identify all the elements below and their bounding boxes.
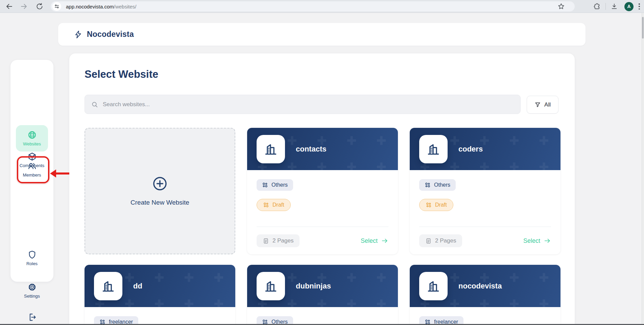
search-icon (91, 101, 98, 108)
toolbar-divider (605, 3, 606, 10)
browser-menu-icon[interactable] (639, 3, 640, 9)
gear-icon (27, 282, 37, 292)
globe-icon (27, 130, 37, 140)
website-card-header: contacts (247, 128, 398, 170)
site-info-icon[interactable] (52, 2, 61, 11)
url-text: app.nocodevista.com/websites/ (66, 4, 136, 9)
select-link[interactable]: Select (361, 237, 388, 245)
website-card-coders[interactable]: coders Others Draft 2 Pages Select (410, 128, 560, 254)
category-badge: Others (419, 179, 456, 191)
scrollbar-thumb[interactable] (642, 17, 644, 39)
profile-avatar[interactable]: A (624, 2, 634, 11)
sidebar-label: Members (23, 172, 41, 178)
sidebar-item-websites[interactable]: Websites (16, 125, 48, 152)
website-card-nocodevista[interactable]: nocodevista freelancer (410, 265, 560, 325)
website-name: nocodevista (458, 282, 502, 291)
pages-count: 2 Pages (257, 234, 300, 247)
sidebar-item-logout[interactable]: Logout (16, 312, 48, 325)
website-building-icon (94, 272, 122, 300)
sidebar-item-roles[interactable]: Roles (16, 250, 48, 266)
status-badge: Draft (257, 199, 291, 211)
page-title: Select Website (85, 68, 158, 80)
website-card-header: nocodevista (410, 265, 560, 307)
url-bar[interactable]: app.nocodevista.com/websites/ (51, 1, 575, 11)
website-card-header: coders (410, 128, 560, 170)
sidebar-label: Roles (26, 261, 38, 266)
sidebar-label: Settings (24, 294, 40, 299)
website-card-header: dubninjas (247, 265, 398, 307)
arrow-right-icon (544, 237, 551, 245)
reload-icon[interactable] (35, 2, 44, 10)
downloads-icon[interactable] (611, 3, 618, 10)
app-header: Nocodevista (58, 23, 586, 46)
website-name: dubninjas (296, 282, 331, 291)
website-card-dd[interactable]: dd freelancer (85, 265, 235, 325)
logout-icon (27, 312, 37, 322)
bookmark-star-icon[interactable] (557, 2, 565, 10)
website-card-header: dd (85, 265, 235, 307)
website-card-dubninjas[interactable]: dubninjas Others (247, 265, 398, 325)
website-building-icon (419, 272, 448, 300)
card-divider (419, 227, 551, 227)
forward-icon[interactable] (20, 2, 28, 10)
category-badge: Others (257, 179, 293, 191)
create-website-card[interactable]: Create New Website (85, 128, 235, 254)
website-building-icon (257, 272, 285, 300)
pages-count: 2 Pages (419, 234, 462, 247)
brand-name: Nocodevista (87, 30, 134, 39)
shield-icon (27, 250, 37, 259)
filter-label: All (544, 101, 551, 108)
create-website-label: Create New Website (130, 199, 189, 206)
arrow-right-icon (381, 237, 388, 245)
sidebar: organizations Components Websites Member… (10, 60, 53, 282)
filter-button[interactable]: All (527, 96, 558, 114)
search-box (85, 95, 521, 114)
brand[interactable]: Nocodevista (74, 30, 134, 39)
extensions-icon[interactable] (593, 3, 601, 10)
website-name: coders (458, 145, 483, 154)
website-card-contacts[interactable]: contacts Others Draft 2 Pages Select (247, 128, 398, 254)
url-path: /websites/ (114, 4, 137, 9)
select-link[interactable]: Select (523, 237, 551, 245)
website-building-icon (257, 135, 285, 163)
card-divider (257, 227, 388, 227)
browser-toolbar: app.nocodevista.com/websites/ A (0, 0, 644, 13)
bolt-icon (74, 30, 82, 39)
url-host: app.nocodevista.com (66, 4, 114, 9)
sidebar-item-settings[interactable]: Settings (16, 282, 48, 299)
plus-circle-icon (152, 176, 168, 191)
website-name: dd (133, 282, 142, 291)
sidebar-item-members[interactable]: Members (16, 156, 48, 183)
website-name: contacts (296, 145, 326, 154)
website-building-icon (419, 135, 448, 163)
search-input[interactable] (103, 101, 514, 108)
status-badge: Draft (419, 199, 453, 211)
filter-funnel-icon (534, 101, 541, 108)
main-content: Select Website All Create New Website (69, 53, 575, 325)
back-icon[interactable] (5, 2, 13, 10)
users-icon (27, 161, 37, 171)
sidebar-label: Websites (23, 141, 41, 146)
page-scrollbar[interactable] (642, 13, 644, 325)
